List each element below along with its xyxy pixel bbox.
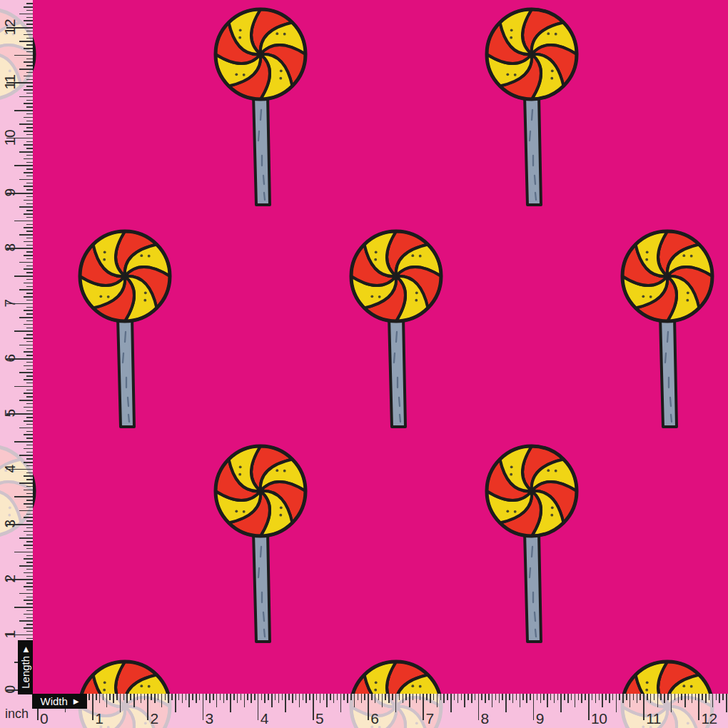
width-ruler-tick [457, 694, 459, 703]
width-ruler-tick [719, 694, 720, 703]
width-ruler-tick [516, 694, 517, 700]
width-ruler-tick [92, 694, 93, 720]
length-ruler-tick [26, 328, 33, 329]
length-ruler-tick [26, 520, 33, 522]
width-ruler-tick [337, 694, 338, 700]
width-ruler-tick [654, 694, 655, 700]
length-ruler-tick [26, 590, 33, 591]
length-ruler-tick [26, 203, 33, 205]
length-ruler-tick [24, 545, 33, 546]
length-ruler-tick [24, 586, 33, 587]
width-ruler-tick [657, 694, 659, 707]
length-ruler-tick [26, 196, 33, 198]
length-ruler-tick [24, 600, 33, 601]
width-ruler-number: 3 [206, 711, 213, 726]
length-ruler-tick [14, 496, 33, 497]
width-ruler-tick [499, 694, 500, 703]
length-ruler-tick [26, 251, 33, 253]
length-ruler-tick [24, 131, 33, 132]
length-ruler-tick [26, 238, 33, 239]
length-ruler-tick [26, 44, 33, 46]
width-ruler-tick [171, 694, 173, 700]
width-ruler-tick [722, 694, 724, 700]
lollipop-motif [209, 3, 312, 211]
width-ruler-tick [226, 694, 228, 700]
length-ruler-tick [26, 458, 33, 460]
width-ruler-tick [399, 694, 400, 700]
width-ruler-tick [113, 694, 114, 703]
width-ruler-tick [481, 694, 482, 700]
length-ruler-tick [24, 34, 33, 36]
width-ruler-tick [285, 694, 286, 712]
width-ruler-tick [213, 694, 214, 700]
length-ruler-tick [24, 213, 33, 215]
length-ruler-tick [24, 420, 33, 422]
width-ruler-tick [599, 694, 600, 700]
width-ruler-tick [271, 694, 273, 707]
length-ruler-tick [24, 103, 33, 104]
length-ruler-tick [26, 307, 33, 308]
width-ruler-tick [223, 694, 225, 703]
width-ruler-tick [299, 694, 300, 707]
width-ruler-tick [609, 694, 610, 703]
length-ruler-tick [19, 482, 33, 484]
length-ruler-tick [19, 234, 33, 236]
length-ruler-number: 9 [1, 182, 17, 203]
length-ruler-tick [26, 375, 33, 377]
width-ruler-tick [220, 694, 221, 700]
length-ruler-tick [26, 72, 33, 74]
length-ruler-tick [26, 17, 33, 19]
width-ruler-tick [96, 694, 97, 700]
width-ruler-tick [371, 694, 373, 700]
width-ruler-tick [333, 694, 335, 703]
width-ruler-tick [368, 694, 369, 720]
width-ruler-tick [509, 694, 510, 700]
length-ruler-tick [19, 96, 33, 98]
width-ruler-tick [461, 694, 462, 700]
width-ruler-tick [323, 694, 325, 700]
length-ruler-tick [19, 593, 33, 595]
length-label: Length ▶ [18, 640, 33, 694]
width-ruler-tick [450, 694, 452, 712]
width-ruler-tick [203, 694, 204, 720]
width-ruler-tick [540, 694, 542, 703]
length-ruler-tick [19, 206, 33, 208]
length-ruler-tick [26, 106, 33, 108]
length-ruler-tick [19, 69, 33, 70]
width-ruler-tick [454, 694, 455, 700]
length-ruler-tick [26, 369, 33, 370]
length-ruler-tick [26, 493, 33, 495]
length-ruler-tick [26, 183, 33, 184]
width-ruler-tick [560, 694, 562, 712]
length-ruler-tick [19, 565, 33, 567]
width-ruler-tick [505, 694, 507, 712]
width-ruler-tick [364, 694, 365, 700]
width-ruler-tick [547, 694, 548, 707]
width-ruler-tick [206, 694, 207, 700]
width-ruler-tick [109, 694, 111, 700]
width-ruler-tick [247, 694, 248, 700]
width-ruler-tick [144, 694, 146, 700]
width-ruler-tick [154, 694, 156, 703]
length-ruler-tick [26, 569, 33, 570]
length-ruler-tick [19, 372, 33, 373]
length-ruler-tick [26, 341, 33, 343]
width-ruler-tick [313, 694, 314, 720]
length-ruler-number: 6 [1, 348, 17, 369]
width-ruler-tick [347, 694, 348, 703]
width-ruler-tick [522, 694, 524, 700]
length-ruler-tick [19, 455, 33, 456]
length-ruler-tick [26, 355, 33, 356]
length-ruler-tick [26, 514, 33, 515]
width-ruler-tick [120, 694, 121, 712]
width-ruler-tick [709, 694, 710, 700]
width-ruler-tick [237, 694, 238, 703]
length-ruler-tick [24, 517, 33, 518]
width-ruler-tick [264, 694, 266, 703]
length-ruler-tick [26, 320, 33, 322]
width-label-text: Width [40, 695, 67, 707]
width-ruler-tick [103, 694, 104, 700]
width-ruler-tick [295, 694, 297, 700]
lollipop-motif [480, 440, 583, 648]
length-ruler-tick [26, 300, 33, 301]
